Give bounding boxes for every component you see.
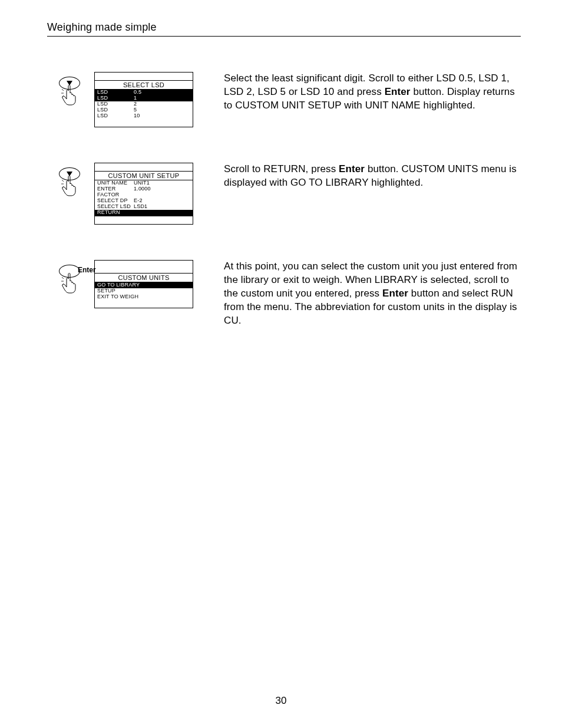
lcd-body: UNIT NAMEUNIT1 ENTER FACTOR1.0000 SELECT… [95,180,193,215]
header-title: Weighing made simple [47,21,521,34]
lcd-row: ENTER FACTOR1.0000 [95,186,193,198]
lcd-blank-bottom [95,216,193,224]
lcd-body: LSD0.5 LSD1 LSD2 LSD5 LSD10 [95,90,193,118]
lcd-blank-top [95,261,193,274]
icon-column [47,72,94,108]
lcd-blank-top [95,163,193,172]
lcd-custom-units: CUSTOM UNITS GO TO LIBRARY SETUP EXIT TO… [94,260,193,309]
lcd-row-return: RETURN [95,210,193,216]
lcd-row: LSD10 [95,113,193,119]
lcd-screen-column: CUSTOM UNIT SETUP UNIT NAMEUNIT1 ENTER F… [94,163,212,224]
hand-press-icon [61,85,79,106]
lcd-screen-column: SELECT LSD LSD0.5 LSD1 LSD2 LSD5 LSD10 [94,72,212,127]
lcd-blank-bottom [95,118,193,127]
text-segment: Scroll to RETURN, press [224,163,339,174]
page-number: 30 [0,695,562,707]
lcd-blank-bottom [95,299,193,308]
text-bold: Enter [382,288,408,299]
down-button-press-illustration [58,77,84,108]
lcd-body: GO TO LIBRARY SETUP EXIT TO WEIGH [95,282,193,300]
lcd-blank-top [95,73,193,81]
lcd-row: LSD1 [95,95,193,101]
down-button-press-illustration [58,167,84,199]
section-custom-units: Enter CUSTOM UNITS GO TO LIBRARY SETUP E… [47,260,521,328]
lcd-title: SELECT LSD [95,81,193,90]
text-bold: Enter [339,163,365,174]
hand-press-icon [61,176,79,197]
instruction-text: At this point, you can select the custom… [224,260,521,328]
section-custom-unit-setup: CUSTOM UNIT SETUP UNIT NAMEUNIT1 ENTER F… [47,163,521,224]
enter-button-label: Enter [78,266,96,274]
instruction-text: Scroll to RETURN, press Enter button. CU… [224,163,521,190]
hand-press-icon [61,273,79,294]
lcd-row: LSD0.5 [95,90,193,95]
section-select-lsd: SELECT LSD LSD0.5 LSD1 LSD2 LSD5 LSD10 S… [47,72,521,127]
enter-button-press-illustration: Enter [58,265,84,297]
text-bold: Enter [385,86,411,97]
lcd-custom-unit-setup: CUSTOM UNIT SETUP UNIT NAMEUNIT1 ENTER F… [94,163,193,224]
lcd-title: CUSTOM UNITS [95,274,193,282]
page-header: Weighing made simple [47,21,521,37]
lcd-row: LSD5 [95,107,193,113]
lcd-row: EXIT TO WEIGH [95,294,193,300]
lcd-title: CUSTOM UNIT SETUP [95,172,193,180]
instruction-text: Select the least significant digit. Scro… [224,72,521,113]
icon-column [47,163,94,199]
lcd-screen-column: CUSTOM UNITS GO TO LIBRARY SETUP EXIT TO… [94,260,212,309]
icon-column: Enter [47,260,94,297]
lcd-select-lsd: SELECT LSD LSD0.5 LSD1 LSD2 LSD5 LSD10 [94,72,193,127]
lcd-row: LSD2 [95,101,193,107]
